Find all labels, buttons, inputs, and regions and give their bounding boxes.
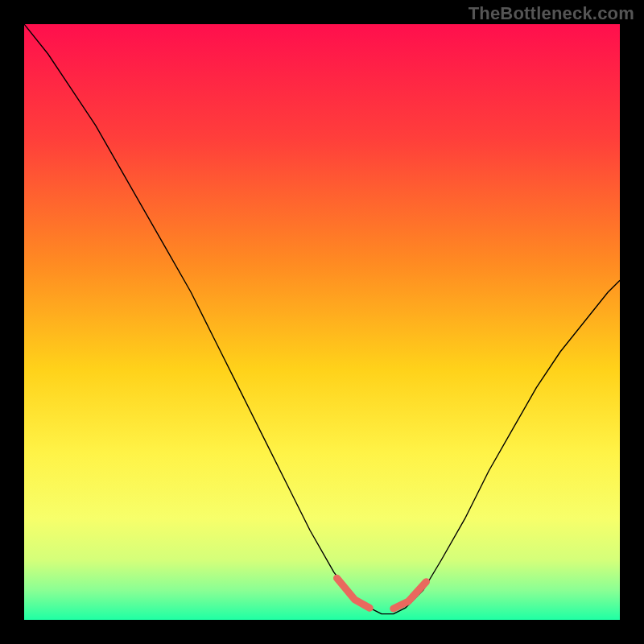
gradient-background <box>24 24 620 620</box>
chart-svg <box>24 24 620 620</box>
chart-container: TheBottleneck.com <box>0 0 644 644</box>
plot-area <box>24 24 620 620</box>
watermark-text: TheBottleneck.com <box>469 3 634 24</box>
